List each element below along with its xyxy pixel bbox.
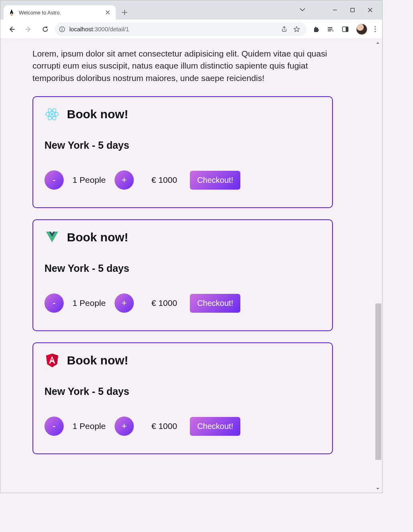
browser-toolbar: localhost:3000/detail/1 (0, 20, 382, 39)
people-count: 1 People (71, 298, 107, 308)
window-minimize-button[interactable] (332, 7, 338, 13)
site-info-icon[interactable] (59, 26, 65, 32)
svg-rect-4 (62, 29, 62, 31)
media-control-icon[interactable] (327, 26, 334, 33)
page-viewport: Lorem, ipsum dolor sit amet consectetur … (0, 39, 382, 493)
url-port: :3000 (93, 26, 108, 32)
window-maximize-button[interactable] (349, 7, 356, 13)
share-icon[interactable] (281, 26, 288, 32)
increment-button[interactable]: + (115, 170, 134, 190)
increment-button[interactable]: + (115, 417, 134, 436)
browser-titlebar: Welcome to Astro. (0, 0, 382, 20)
checkout-button[interactable]: Checkout! (190, 417, 240, 436)
scroll-up-arrow-icon[interactable] (375, 40, 381, 46)
booking-controls: - 1 People + € 1000 Checkout! (44, 417, 321, 436)
nav-forward-button[interactable] (21, 22, 36, 36)
decrement-button[interactable]: - (44, 170, 64, 190)
tab-search-button[interactable] (299, 6, 306, 13)
people-count: 1 People (71, 421, 107, 431)
decrement-button[interactable]: - (44, 293, 64, 313)
window-controls (323, 0, 382, 20)
price-label: € 1000 (151, 175, 177, 185)
increment-button[interactable]: + (115, 293, 134, 313)
price-label: € 1000 (151, 298, 177, 308)
svg-point-0 (11, 14, 13, 16)
nav-reload-button[interactable] (38, 22, 52, 36)
card-subtitle: New York - 5 days (44, 263, 321, 274)
checkout-button[interactable]: Checkout! (190, 171, 240, 190)
booking-card-react: Book now! New York - 5 days - 1 People +… (32, 96, 333, 208)
tab-title: Welcome to Astro. (19, 10, 105, 16)
chrome-menu-button[interactable] (375, 26, 376, 32)
svg-point-10 (51, 113, 53, 115)
browser-tab[interactable]: Welcome to Astro. (4, 5, 116, 20)
intro-paragraph: Lorem, ipsum dolor sit amet consectetur … (32, 48, 333, 84)
card-title: Book now! (67, 107, 128, 121)
card-title: Book now! (67, 231, 128, 244)
booking-controls: - 1 People + € 1000 Checkout! (44, 293, 321, 313)
scrollbar-thumb[interactable] (375, 303, 381, 460)
svg-rect-6 (346, 27, 348, 32)
booking-controls: - 1 People + € 1000 Checkout! (44, 170, 321, 190)
profile-avatar[interactable] (356, 24, 367, 35)
side-panel-icon[interactable] (342, 26, 349, 33)
booking-card-angular: Book now! New York - 5 days - 1 People +… (32, 342, 333, 454)
card-title: Book now! (67, 354, 128, 367)
price-label: € 1000 (151, 421, 177, 431)
url-host: localhost (69, 26, 93, 32)
card-subtitle: New York - 5 days (44, 140, 321, 151)
page-content: Lorem, ipsum dolor sit amet consectetur … (0, 39, 361, 477)
people-count: 1 People (71, 175, 107, 185)
nav-back-button[interactable] (4, 22, 19, 36)
bookmark-star-icon[interactable] (293, 26, 300, 32)
scroll-down-arrow-icon[interactable] (375, 485, 381, 492)
card-subtitle: New York - 5 days (44, 386, 321, 397)
svg-rect-1 (351, 8, 355, 12)
vue-icon (44, 230, 60, 245)
booking-card-vue: Book now! New York - 5 days - 1 People +… (32, 219, 333, 331)
address-bar[interactable]: localhost:3000/detail/1 (55, 22, 306, 36)
url-path: /detail/1 (108, 26, 129, 32)
decrement-button[interactable]: - (44, 417, 64, 436)
url-text: localhost:3000/detail/1 (69, 26, 277, 32)
checkout-button[interactable]: Checkout! (190, 294, 240, 313)
window-close-button[interactable] (367, 7, 373, 13)
tab-close-button[interactable] (105, 9, 111, 16)
new-tab-button[interactable] (118, 6, 131, 19)
svg-point-3 (62, 28, 62, 28)
react-icon (44, 107, 60, 122)
toolbar-right (309, 24, 378, 35)
astro-favicon-icon (8, 9, 15, 16)
extensions-icon[interactable] (313, 26, 320, 33)
angular-icon (44, 353, 60, 368)
browser-window: Welcome to Astro. (0, 0, 383, 493)
